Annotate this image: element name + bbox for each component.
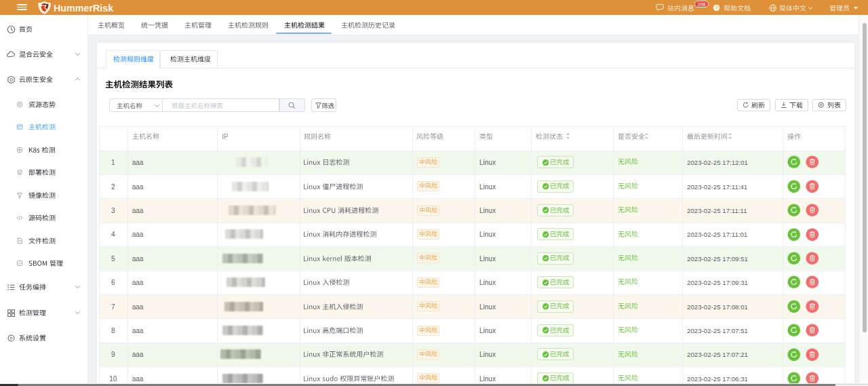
svg-text:?: ?: [715, 5, 717, 11]
